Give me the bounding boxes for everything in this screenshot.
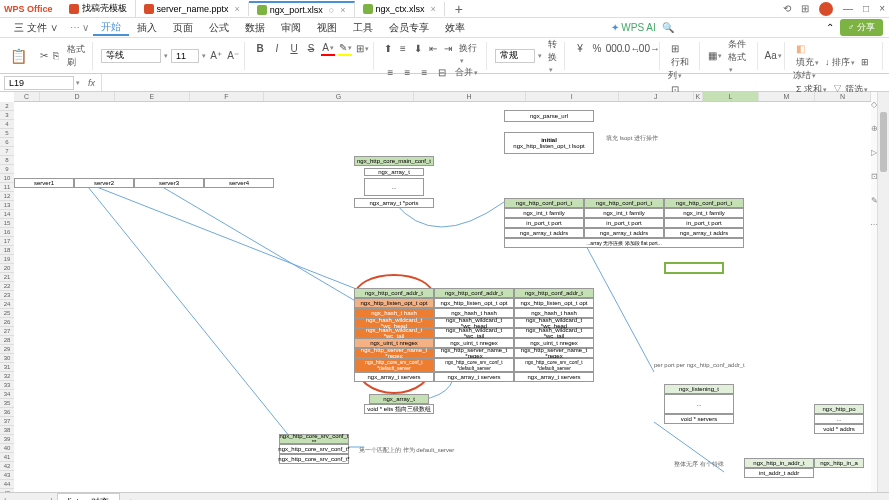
vertical-scrollbar[interactable] xyxy=(877,92,889,492)
decrease-font-icon[interactable]: A⁻ xyxy=(226,49,240,63)
file-menu[interactable]: 三 文件 ∨ xyxy=(6,21,66,35)
svg-line-3 xyxy=(584,242,654,372)
cell-void: void * elts 指向三级数组 xyxy=(364,404,434,414)
cell-addrs: ngx_array_t addrs xyxy=(664,228,744,238)
size-select[interactable] xyxy=(171,49,199,63)
cell-conf-addr: ngx_http_conf_addr_t xyxy=(514,288,594,298)
underline-icon[interactable]: U xyxy=(287,42,301,56)
cell-family: ngx_int_t family xyxy=(664,208,744,218)
currency-icon[interactable]: ¥ xyxy=(573,42,587,56)
sheet-nav-prev[interactable]: ◂ xyxy=(15,497,28,501)
sheet-canvas[interactable]: ngx_parse_url initialngx_http_listen_opt… xyxy=(14,102,871,492)
format-painter[interactable]: 格式刷 xyxy=(64,43,88,69)
svg-line-1 xyxy=(154,182,374,312)
close-icon[interactable]: × xyxy=(340,5,345,15)
highlight-icon[interactable]: ✎ xyxy=(338,42,352,56)
column-headers[interactable]: CDEFGHIJKLMN xyxy=(14,92,871,102)
fill-icon[interactable]: ◧ xyxy=(793,42,807,56)
row-headers[interactable]: 2345678910111213141516171819202122232425… xyxy=(0,102,14,492)
close-icon[interactable]: ○ xyxy=(329,5,334,15)
cell-conf-port: ngx_http_conf_port_t xyxy=(584,198,664,208)
toolbar-customize[interactable]: ⋯ ∨ xyxy=(66,22,94,33)
font-select[interactable] xyxy=(101,49,161,63)
note: 第一个匹配上的 作为 default_server xyxy=(359,446,454,455)
fx-icon[interactable]: fx xyxy=(82,78,101,88)
menu-review[interactable]: 审阅 xyxy=(273,21,309,35)
add-sheet-button[interactable]: + xyxy=(120,497,141,501)
menu-efficiency[interactable]: 效率 xyxy=(437,21,473,35)
sheet-nav-first[interactable]: |◂ xyxy=(0,497,15,501)
sort[interactable]: ↓ 排序 xyxy=(822,57,858,67)
cut-icon[interactable]: ✂ xyxy=(39,49,48,63)
rowcol-icon[interactable]: ⊞ xyxy=(668,42,682,56)
menu-page[interactable]: 页面 xyxy=(165,21,201,35)
menu-data[interactable]: 数据 xyxy=(237,21,273,35)
svg-line-0 xyxy=(84,182,364,292)
maximize-icon[interactable]: □ xyxy=(863,3,869,14)
cell-server3: server3 xyxy=(134,178,204,188)
cell-ports: ngx_array_t *ports xyxy=(354,198,434,208)
fill[interactable]: 填充 xyxy=(793,57,822,67)
cell-srvconf: ngx_http_core_srv_conf_t *default_server xyxy=(434,358,514,372)
menu-formula[interactable]: 公式 xyxy=(201,21,237,35)
cell-srvconf: ngx_http_core_srv_conf_t *default_server xyxy=(514,358,594,372)
sheet-nav-last[interactable]: ▸| xyxy=(41,497,56,501)
align-top-icon[interactable]: ⬆ xyxy=(382,42,394,56)
new-tab-button[interactable]: + xyxy=(445,1,473,17)
wps-ai[interactable]: ✦ WPS AI xyxy=(611,22,656,33)
tab-ngx-ctx[interactable]: ngx_ctx.xlsx× xyxy=(355,2,445,16)
menu-member[interactable]: 会员专享 xyxy=(381,21,437,35)
close-icon[interactable]: × xyxy=(431,4,436,14)
menu-insert[interactable]: 插入 xyxy=(129,21,165,35)
number-format[interactable] xyxy=(495,49,535,63)
wrap-text[interactable]: 换行 xyxy=(456,42,482,65)
cell-dots: ... xyxy=(814,414,864,424)
align-bot-icon[interactable]: ⬇ xyxy=(412,42,424,56)
sheet-tab[interactable]: listen 对齐 xyxy=(57,493,121,501)
indent-left-icon[interactable]: ⇤ xyxy=(427,42,439,56)
collapse-ribbon-icon[interactable]: ⌃ xyxy=(826,22,834,33)
name-box[interactable] xyxy=(4,76,74,90)
cell-extra: ...array 无序连接 添加段 flat port... xyxy=(504,238,744,248)
close-window-icon[interactable]: × xyxy=(879,3,885,14)
avatar[interactable] xyxy=(819,2,833,16)
align-mid-icon[interactable]: ≡ xyxy=(397,42,409,56)
cell-opt: ngx_http_listen_opt_t opt xyxy=(514,298,594,308)
formula-input[interactable] xyxy=(101,74,889,91)
tab-ngx-port[interactable]: ngx_port.xlsx○× xyxy=(249,1,355,17)
tab-template[interactable]: 找稿壳模板 xyxy=(61,0,136,17)
sheet-nav-next[interactable]: ▸ xyxy=(28,497,41,501)
copy-icon[interactable]: ⎘ xyxy=(51,49,60,63)
cell-array: ngx_array_t xyxy=(369,394,429,404)
tab-pptx[interactable]: server_name.pptx× xyxy=(136,2,249,16)
indent-right-icon[interactable]: ⇥ xyxy=(442,42,454,56)
search-icon[interactable]: 🔍 xyxy=(662,22,674,33)
percent-icon[interactable]: % xyxy=(590,42,604,56)
tab-label: ngx_ctx.xlsx xyxy=(376,4,425,14)
dec-dec-icon[interactable]: .00→ xyxy=(641,42,655,56)
cell-parse-url: ngx_parse_url xyxy=(504,110,594,122)
strike-icon[interactable]: S xyxy=(304,42,318,56)
cell-conf-port: ngx_http_conf_port_t xyxy=(664,198,744,208)
share-button[interactable]: ♂ 分享 xyxy=(840,19,883,36)
paste-button[interactable]: 📋 xyxy=(6,48,31,64)
increase-font-icon[interactable]: A⁺ xyxy=(209,49,223,63)
menu-view[interactable]: 视图 xyxy=(309,21,345,35)
border-icon[interactable]: ⊞ xyxy=(355,42,369,56)
condfmt-icon[interactable]: ▦ xyxy=(708,49,722,63)
condfmt[interactable]: 条件格式 xyxy=(725,38,753,74)
comma-icon[interactable]: 000 xyxy=(607,42,621,56)
cell-sname: ngx_http_server_name_t *regex xyxy=(434,348,514,358)
transpose[interactable]: 转换 xyxy=(545,38,560,74)
cell-inaddr: ngx_http_in_addr_t xyxy=(744,458,814,468)
styles-icon[interactable]: Аа xyxy=(766,49,780,63)
grid-icon[interactable]: ⊞ xyxy=(801,3,809,14)
menu-start[interactable]: 开始 xyxy=(93,20,129,36)
close-icon[interactable]: × xyxy=(235,4,240,14)
sync-icon[interactable]: ⟲ xyxy=(783,3,791,14)
bold-icon[interactable]: B xyxy=(253,42,267,56)
italic-icon[interactable]: I xyxy=(270,42,284,56)
menu-tools[interactable]: 工具 xyxy=(345,21,381,35)
font-color-icon[interactable]: A xyxy=(321,42,335,56)
minimize-icon[interactable]: — xyxy=(843,3,853,14)
